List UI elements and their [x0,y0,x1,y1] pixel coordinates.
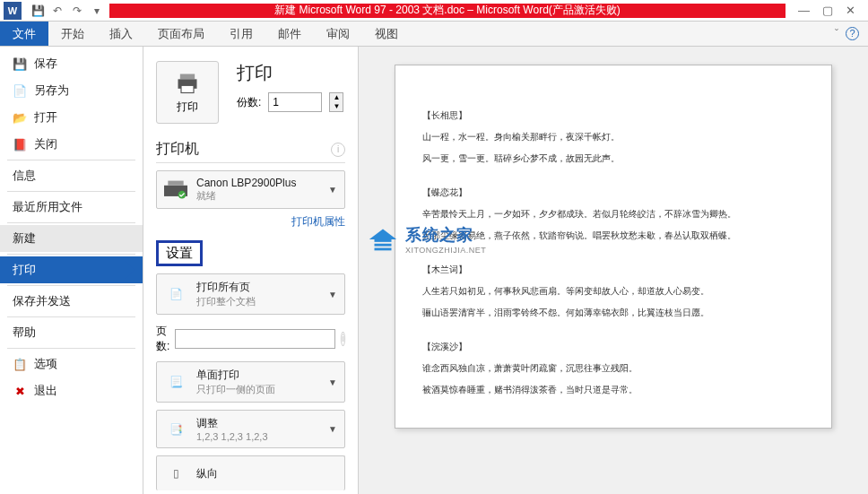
close-button[interactable]: ✕ [846,4,855,17]
sidebar-exit[interactable]: ✖退出 [0,377,143,404]
collate-dropdown[interactable]: 📑 调整 1,2,3 1,2,3 1,2,3 ▼ [156,410,345,448]
pages-icon: 📄 [164,282,187,306]
exit-icon: ✖ [13,384,27,398]
redo-icon[interactable]: ↷ [70,4,84,18]
sidebar-print[interactable]: 打印 [0,256,143,283]
printer-name: Canon LBP2900Plus [196,177,319,189]
options-icon: 📋 [13,357,27,371]
ribbon-minimize-icon[interactable]: ˇ [835,28,838,40]
svg-rect-0 [180,74,195,79]
title-bar: W 💾 ↶ ↷ ▾ 新建 Microsoft Word 97 - 2003 文档… [0,0,868,22]
window-controls: — ▢ ✕ [786,4,868,17]
quick-access-toolbar: 💾 ↶ ↷ ▾ [25,4,109,18]
print-button[interactable]: 打印 [156,61,219,124]
tab-file[interactable]: 文件 [0,22,48,46]
save-as-icon: 📄 [13,83,27,98]
minimize-button[interactable]: — [798,4,810,17]
print-settings-panel: 打印 打印 份数: ▲▼ 打印机i Canon LBP2900Plus 就绪 ▼ [143,47,359,494]
folder-open-icon: 📂 [13,110,27,125]
tab-layout[interactable]: 页面布局 [145,22,217,46]
tab-insert[interactable]: 插入 [97,22,145,46]
svg-rect-4 [168,180,183,185]
info-icon[interactable]: i [341,332,345,346]
close-doc-icon: 📕 [13,137,27,152]
pages-input[interactable] [175,329,335,349]
sidebar-send[interactable]: 保存并发送 [0,288,143,315]
word-app-icon: W [4,2,22,20]
printer-icon [175,71,200,96]
chevron-down-icon: ▼ [328,424,337,434]
printer-properties-link[interactable]: 打印机属性 [156,214,345,230]
tab-review[interactable]: 审阅 [314,22,362,46]
settings-section-title: 设置 [156,240,203,266]
preview-page: 【长相思】 山一程，水一程。身向榆关那畔行，夜深千帐灯。 风一更，雪一更。聒碎乡… [395,65,832,429]
printer-device-icon [164,178,187,202]
collate-icon: 📑 [164,418,187,441]
qat-more-icon[interactable]: ▾ [90,4,104,18]
sidebar-options[interactable]: 📋选项 [0,351,143,377]
copies-spinner[interactable]: ▲▼ [329,92,343,112]
tab-references[interactable]: 引用 [217,22,265,46]
ribbon-tabs: 文件 开始 插入 页面布局 引用 邮件 审阅 视图 ˇ ? [0,22,868,47]
tab-view[interactable]: 视图 [362,22,411,46]
save-disk-icon: 💾 [13,56,27,71]
undo-icon[interactable]: ↶ [50,4,65,18]
sidebar-info[interactable]: 信息 [0,162,143,189]
print-title: 打印 [237,61,345,85]
sidebar-help[interactable]: 帮助 [0,319,143,346]
sidebar-save[interactable]: 💾保存 [0,50,143,77]
tab-home[interactable]: 开始 [48,22,97,46]
help-icon[interactable]: ? [846,27,859,40]
copies-label: 份数: [237,95,261,110]
printer-section-title: 打印机i [156,140,345,159]
print-button-label: 打印 [177,100,198,115]
chevron-down-icon: ▼ [328,290,337,299]
maximize-button[interactable]: ▢ [822,4,833,17]
print-side-dropdown[interactable]: 📃 单面打印 只打印一侧的页面 ▼ [156,361,345,403]
print-preview: 【长相思】 山一程，水一程。身向榆关那畔行，夜深千帐灯。 风一更，雪一更。聒碎乡… [359,47,868,494]
tab-mailings[interactable]: 邮件 [265,22,314,46]
sidebar-recent[interactable]: 最近所用文件 [0,194,143,221]
pages-label: 页数: [156,324,169,354]
one-side-icon: 📃 [164,370,187,394]
copies-input[interactable] [268,92,322,112]
sidebar-close[interactable]: 📕关闭 [0,131,143,158]
chevron-down-icon: ▼ [328,377,337,387]
svg-rect-2 [181,85,194,92]
portrait-icon: ▯ [164,462,187,485]
save-icon[interactable]: 💾 [30,4,45,18]
printer-dropdown[interactable]: Canon LBP2900Plus 就绪 ▼ [156,170,345,209]
printer-status: 就绪 [196,189,319,203]
chevron-down-icon: ▼ [328,185,337,195]
sidebar-save-as[interactable]: 📄另存为 [0,77,143,104]
sidebar-new[interactable]: 新建 [0,225,143,252]
orientation-dropdown[interactable]: ▯ 纵向 [156,455,345,490]
info-icon[interactable]: i [331,143,345,157]
print-range-dropdown[interactable]: 📄 打印所有页 打印整个文档 ▼ [156,273,345,315]
window-title: 新建 Microsoft Word 97 - 2003 文档.doc – Mic… [109,4,786,18]
sidebar-open[interactable]: 📂打开 [0,104,143,131]
backstage-sidebar: 💾保存 📄另存为 📂打开 📕关闭 信息 最近所用文件 新建 打印 保存并发送 帮… [0,47,143,494]
